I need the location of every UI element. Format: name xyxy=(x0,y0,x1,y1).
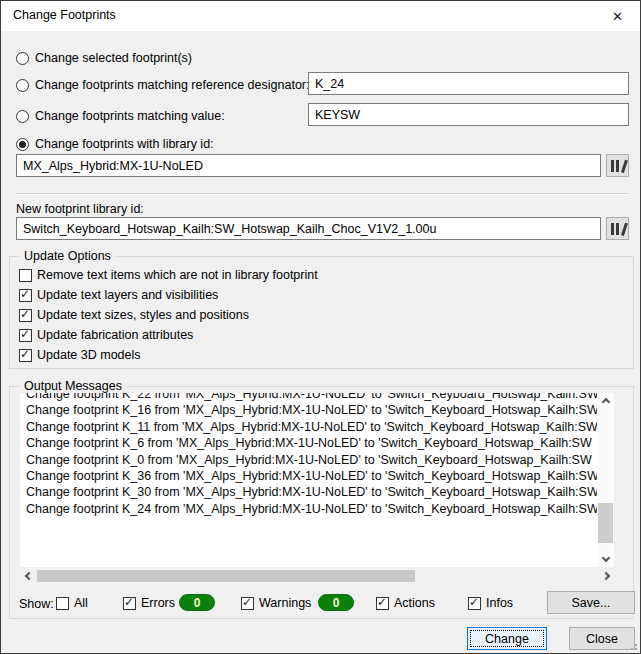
checkbox[interactable] xyxy=(376,597,389,610)
scroll-right-icon[interactable] xyxy=(597,569,614,583)
vertical-scrollbar[interactable] xyxy=(597,393,614,567)
radio-label: Change selected footprint(s) xyxy=(35,51,192,65)
message-line: Change footprint K_6 from 'MX_Alps_Hybri… xyxy=(20,435,597,451)
checkbox[interactable] xyxy=(123,597,136,610)
reference-designator-input[interactable] xyxy=(308,72,629,95)
show-label: Show: xyxy=(19,597,54,611)
browse-new-footprint-button[interactable] xyxy=(606,217,629,240)
radio-match-reference[interactable]: Change footprints matching reference des… xyxy=(16,77,309,93)
filter-infos[interactable]: Infos xyxy=(468,595,513,611)
scroll-left-icon[interactable] xyxy=(20,569,37,583)
radio-button[interactable] xyxy=(16,138,29,151)
window-title: Change Footprints xyxy=(13,8,116,22)
radio-label: Change footprints matching value: xyxy=(35,109,225,123)
radio-button[interactable] xyxy=(16,79,29,92)
warnings-count-badge: 0 xyxy=(318,594,354,611)
radio-change-selected[interactable]: Change selected footprint(s) xyxy=(16,50,192,66)
radio-button[interactable] xyxy=(16,110,29,123)
option-remove-text-items[interactable]: Remove text items which are not in libra… xyxy=(19,267,318,283)
message-line: Change footprint K_0 from 'MX_Alps_Hybri… xyxy=(20,452,597,468)
new-footprint-label: New footprint library id: xyxy=(16,202,144,216)
option-update-3d-models[interactable]: Update 3D models xyxy=(19,347,141,363)
close-icon[interactable]: ✕ xyxy=(595,1,640,31)
radio-match-value[interactable]: Change footprints matching value: xyxy=(16,108,225,124)
title-bar: Change Footprints ✕ xyxy=(1,1,640,31)
change-footprints-dialog: Change Footprints ✕ Change selected foot… xyxy=(0,0,641,654)
close-button[interactable]: Close xyxy=(569,627,635,650)
checkbox[interactable] xyxy=(19,329,32,342)
value-input[interactable] xyxy=(308,103,629,126)
checkbox[interactable] xyxy=(468,597,481,610)
horizontal-scrollbar[interactable] xyxy=(20,569,614,583)
scroll-up-icon[interactable] xyxy=(597,395,614,409)
errors-count-badge: 0 xyxy=(179,594,215,611)
output-messages-title: Output Messages xyxy=(20,379,126,393)
radio-label: Change footprints matching reference des… xyxy=(35,78,309,92)
separator xyxy=(16,193,628,195)
message-lines: Change footprint K_22 from 'MX_Alps_Hybr… xyxy=(20,393,597,517)
message-line: Change footprint K_36 from 'MX_Alps_Hybr… xyxy=(20,468,597,484)
library-id-input[interactable] xyxy=(16,154,601,177)
filter-all[interactable]: All xyxy=(56,595,88,611)
new-footprint-input[interactable] xyxy=(16,217,601,240)
option-update-text-sizes[interactable]: Update text sizes, styles and positions xyxy=(19,307,249,323)
vertical-scroll-thumb[interactable] xyxy=(598,503,613,543)
scroll-down-icon[interactable] xyxy=(597,551,614,565)
radio-match-library-id[interactable]: Change footprints with library id: xyxy=(16,136,214,152)
checkbox[interactable] xyxy=(56,597,69,610)
radio-button[interactable] xyxy=(16,52,29,65)
filter-actions[interactable]: Actions xyxy=(376,595,435,611)
message-line: Change footprint K_30 from 'MX_Alps_Hybr… xyxy=(20,484,597,500)
option-update-text-layers[interactable]: Update text layers and visibilities xyxy=(19,287,218,303)
message-line: Change footprint K_16 from 'MX_Alps_Hybr… xyxy=(20,402,597,418)
horizontal-scroll-thumb[interactable] xyxy=(37,570,415,582)
filter-errors[interactable]: Errors xyxy=(123,595,175,611)
checkbox[interactable] xyxy=(19,349,32,362)
output-messages-list[interactable]: Change footprint K_22 from 'MX_Alps_Hybr… xyxy=(20,393,614,567)
option-update-fabrication[interactable]: Update fabrication attributes xyxy=(19,327,193,343)
checkbox[interactable] xyxy=(19,269,32,282)
checkbox[interactable] xyxy=(19,289,32,302)
checkbox[interactable] xyxy=(241,597,254,610)
save-button[interactable]: Save... xyxy=(547,591,635,614)
message-line: Change footprint K_11 from 'MX_Alps_Hybr… xyxy=(20,419,597,435)
message-line: Change footprint K_22 from 'MX_Alps_Hybr… xyxy=(20,393,597,402)
filter-warnings[interactable]: Warnings xyxy=(241,595,311,611)
checkbox[interactable] xyxy=(19,309,32,322)
library-books-icon xyxy=(610,159,625,172)
browse-library-button[interactable] xyxy=(606,154,629,177)
resize-grip[interactable] xyxy=(627,640,637,650)
update-options-title: Update Options xyxy=(20,249,115,263)
message-line: Change footprint K_24 from 'MX_Alps_Hybr… xyxy=(20,501,597,517)
change-button[interactable]: Change xyxy=(467,627,547,650)
library-books-icon xyxy=(610,222,625,235)
radio-label: Change footprints with library id: xyxy=(35,137,214,151)
